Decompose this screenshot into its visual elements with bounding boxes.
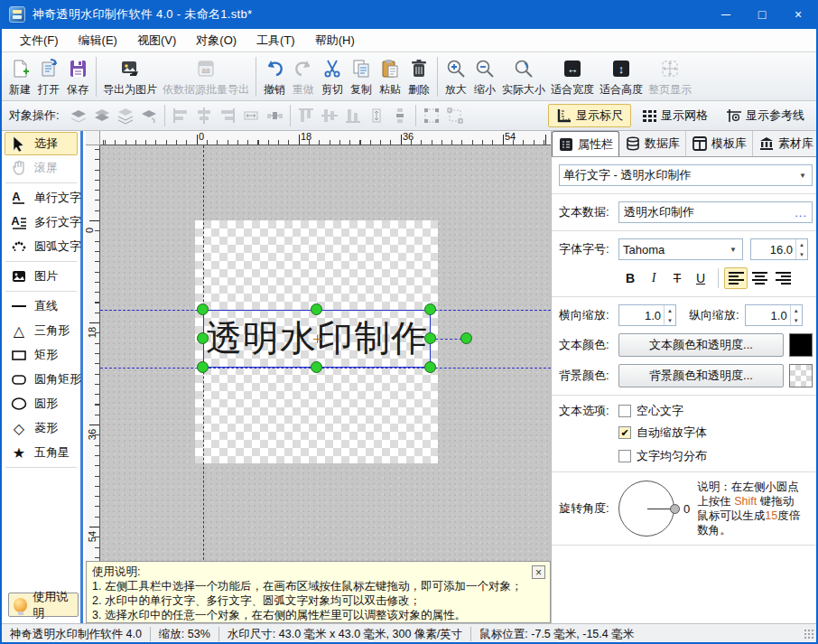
spin-down-icon[interactable]: ▼: [791, 315, 802, 325]
tool-image[interactable]: 图片: [5, 265, 78, 288]
tool-diamond[interactable]: ◇ 菱形: [5, 416, 78, 440]
rotation-dial-handle[interactable]: [670, 504, 680, 514]
tool-multi-text[interactable]: A 多行文字: [5, 210, 78, 234]
spin-up-icon[interactable]: ▲: [665, 305, 675, 315]
copy-button[interactable]: 复制: [347, 55, 376, 99]
tab-templates[interactable]: 模板库: [686, 131, 753, 156]
tool-arc-text[interactable]: 圆弧文字: [5, 235, 78, 258]
menu-help[interactable]: 帮助(H): [306, 30, 364, 51]
status-watermark-size: 水印尺寸: 43.0 毫米 x 43.0 毫米, 300 像素/英寸: [219, 627, 471, 642]
cut-button[interactable]: 剪切: [318, 55, 347, 99]
spin-up-icon[interactable]: ▲: [791, 305, 802, 315]
resize-handle-w[interactable]: [197, 332, 209, 344]
minimize-button[interactable]: ─: [708, 0, 744, 29]
tool-round-rect[interactable]: 圆角矩形: [5, 368, 78, 391]
align-center-button[interactable]: [748, 267, 771, 289]
text-data-input[interactable]: 透明水印制作 ...: [618, 201, 813, 223]
object-selector-value: 单行文字 - 透明水印制作: [563, 167, 692, 183]
actual-size-button[interactable]: 实际大小: [499, 55, 548, 99]
menu-object[interactable]: 对象(O): [187, 30, 246, 51]
show-ruler-toggle[interactable]: 显示标尺: [548, 104, 631, 127]
whole-page-label: 整页显示: [648, 82, 692, 98]
h-scale-spinner[interactable]: 1.0 ▲▼: [618, 304, 676, 326]
menu-view[interactable]: 视图(V): [128, 30, 185, 51]
menu-file[interactable]: 文件(F): [11, 30, 68, 51]
zoom-out-icon: [473, 57, 497, 80]
fit-height-button[interactable]: ↕ 适合高度: [597, 55, 646, 99]
object-selector-dropdown[interactable]: 单行文字 - 透明水印制作 ▼: [559, 164, 813, 186]
more-button[interactable]: ...: [795, 206, 807, 219]
close-button[interactable]: ×: [780, 0, 816, 29]
rotation-handle[interactable]: [460, 332, 472, 344]
tab-database[interactable]: 数据库: [619, 131, 686, 156]
v-scale-spinner[interactable]: 1.0 ▲▼: [745, 304, 803, 326]
resize-handle-n[interactable]: [311, 303, 322, 315]
export-image-button[interactable]: 导出为图片: [100, 55, 160, 99]
show-grid-toggle[interactable]: 显示网格: [633, 104, 716, 127]
spin-down-icon[interactable]: ▼: [796, 249, 807, 259]
arc-text-icon: [10, 238, 28, 256]
tool-diamond-label: 菱形: [34, 420, 58, 436]
align-right-button[interactable]: [771, 267, 795, 289]
font-size-spinner[interactable]: 16.0 ▲▼: [750, 238, 808, 260]
show-guides-toggle[interactable]: 显示参考线: [718, 104, 813, 127]
tool-image-label: 图片: [34, 268, 58, 285]
resize-handle-ne[interactable]: [424, 303, 436, 315]
bold-button[interactable]: B: [618, 267, 642, 289]
new-button[interactable]: 新建: [5, 55, 34, 99]
hollow-text-checkbox[interactable]: [618, 405, 631, 417]
distribute-v-icon: [389, 105, 411, 126]
text-color-button[interactable]: 文本颜色和透明度...: [618, 333, 784, 357]
zoom-out-label: 缩小: [474, 82, 496, 98]
strikethrough-button[interactable]: T: [665, 267, 689, 289]
tab-materials[interactable]: 素材库: [753, 131, 818, 156]
usage-help-button[interactable]: 使用说明: [8, 593, 79, 617]
zoom-out-button[interactable]: 缩小: [470, 55, 499, 99]
save-button[interactable]: 保存: [63, 55, 92, 99]
delete-button[interactable]: 删除: [404, 55, 433, 99]
undo-button[interactable]: 撤销: [260, 55, 289, 99]
tool-triangle[interactable]: △ 三角形: [5, 319, 78, 342]
menu-tools[interactable]: 工具(T): [247, 30, 304, 51]
bg-color-swatch[interactable]: [789, 364, 813, 387]
even-distribute-checkbox[interactable]: [618, 450, 631, 462]
tab-properties[interactable]: 属性栏: [552, 131, 619, 156]
tool-line[interactable]: 直线: [5, 294, 78, 318]
maximize-button[interactable]: □: [744, 0, 780, 29]
tool-rect[interactable]: 矩形: [5, 343, 78, 367]
underline-button[interactable]: U: [689, 267, 712, 289]
font-family-dropdown[interactable]: Tahoma ▼: [618, 238, 743, 260]
tool-circle[interactable]: 圆形: [5, 392, 78, 415]
autoscale-font-checkbox[interactable]: ✔: [618, 426, 631, 439]
tool-single-text[interactable]: A 单行文字: [5, 186, 78, 210]
whole-page-icon: [658, 57, 682, 80]
same-width-icon: [240, 105, 262, 126]
resize-handle-s[interactable]: [311, 361, 322, 373]
help-close-button[interactable]: ×: [532, 565, 545, 579]
bring-to-front-icon: [115, 105, 136, 126]
export-image-icon: [118, 57, 142, 80]
italic-button[interactable]: I: [642, 267, 665, 289]
bg-color-button[interactable]: 背景颜色和透明度...: [618, 364, 784, 387]
tool-select[interactable]: 选择: [5, 132, 78, 155]
zoom-in-button[interactable]: 放大: [442, 55, 470, 99]
resize-handle-se[interactable]: [424, 361, 436, 373]
fit-width-button[interactable]: ↔ 适合宽度: [548, 55, 597, 99]
triangle-icon: △: [10, 322, 28, 340]
resize-grip[interactable]: [804, 629, 814, 639]
same-height-icon: [366, 105, 387, 126]
canvas-viewport[interactable]: 透明水印制作: [100, 145, 551, 623]
menu-edit[interactable]: 编辑(E): [70, 30, 126, 51]
paste-button[interactable]: 粘贴: [376, 55, 404, 99]
main-toolbar: 新建 打开 保存 导出为图片 88 依数据源批量导出 撤销 重做: [2, 52, 816, 101]
resize-handle-e[interactable]: [424, 332, 436, 344]
open-button[interactable]: 打开: [34, 55, 63, 99]
tool-star[interactable]: ★ 五角星: [5, 441, 78, 464]
spin-up-icon[interactable]: ▲: [796, 239, 807, 249]
text-color-swatch[interactable]: [789, 333, 813, 357]
resize-handle-sw[interactable]: [197, 361, 209, 373]
rotation-dial[interactable]: [618, 481, 674, 537]
spin-down-icon[interactable]: ▼: [665, 315, 675, 325]
resize-handle-nw[interactable]: [197, 303, 209, 315]
align-left-button[interactable]: [724, 267, 748, 289]
